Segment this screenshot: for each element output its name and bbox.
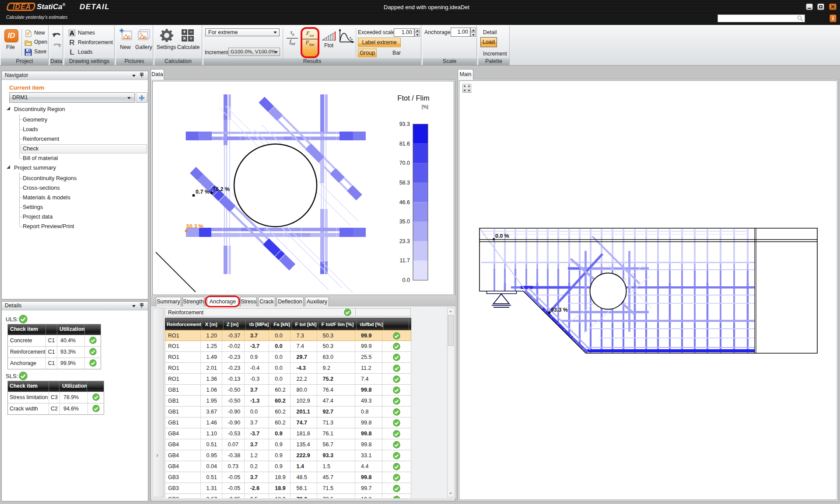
svg-text:11.7: 11.7 xyxy=(400,257,410,264)
svg-text:0.0 %: 0.0 % xyxy=(495,233,509,239)
svg-text:93.3: 93.3 xyxy=(399,121,410,127)
svg-text:75.2 %: 75.2 % xyxy=(213,186,230,192)
svg-text:70.0: 70.0 xyxy=(399,160,410,166)
svg-text:81.6: 81.6 xyxy=(399,141,410,147)
svg-text:23.3: 23.3 xyxy=(399,238,410,244)
svg-text:58.3: 58.3 xyxy=(399,180,410,186)
svg-text:Ftot / Flim: Ftot / Flim xyxy=(397,94,429,102)
svg-text:0.0: 0.0 xyxy=(402,277,410,283)
svg-text:35.0: 35.0 xyxy=(399,219,410,225)
svg-text:50.3 %: 50.3 % xyxy=(186,223,203,229)
svg-text:τb: τb xyxy=(350,35,353,41)
svg-text:[%]: [%] xyxy=(422,104,428,109)
svg-text:93.3 %: 93.3 % xyxy=(551,307,568,313)
svg-text:0.7 %: 0.7 % xyxy=(196,189,210,195)
svg-text:46.6: 46.6 xyxy=(399,199,410,205)
